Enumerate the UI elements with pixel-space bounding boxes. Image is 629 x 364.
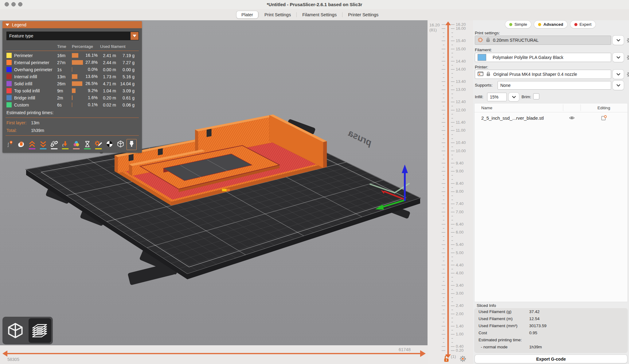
column-separator [563, 104, 563, 111]
slow-down-icon[interactable] [38, 139, 48, 150]
lock-icon [486, 37, 490, 43]
layer-tick-label: 9.00 [456, 169, 463, 173]
legend-row: External perimeter27m27.8%2.44 m7.27 g [2, 59, 142, 66]
view-type-dropdown-button[interactable] [131, 32, 139, 40]
print-settings-gear-icon[interactable] [627, 36, 629, 45]
infill-dropdown-button[interactable] [509, 93, 519, 101]
feature-color-swatch [6, 67, 12, 72]
legend-rows: Perimeter16m16.1%2.41 m7.19 gExternal pe… [2, 52, 142, 108]
profile-icon [478, 37, 483, 44]
edit-object-icon[interactable] [581, 115, 627, 121]
preview-view-icon[interactable] [29, 318, 51, 343]
infill-field[interactable]: 15% [487, 93, 507, 101]
brim-checkbox[interactable] [533, 93, 539, 99]
travels-icon[interactable] [5, 139, 15, 150]
view-type-select[interactable]: Feature type [6, 32, 139, 40]
wipe-icon[interactable] [16, 139, 26, 150]
feature-length: 0.00 m [100, 67, 116, 72]
col-time: Time [57, 44, 69, 49]
feature-percentage: 27.8% [85, 60, 98, 65]
legend-row: Custom6s0.1%0.02 m0.06 g [2, 101, 142, 108]
visibility-eye-icon[interactable] [563, 115, 580, 120]
center-of-mass-icon[interactable] [104, 139, 115, 150]
feature-percentage: 26.5% [85, 81, 98, 86]
layer-tick-label: 16.00 [456, 26, 466, 31]
mode-advanced-button[interactable]: Advanced [534, 21, 567, 28]
feature-label: External perimeter [14, 60, 55, 65]
layer-settings-gear-icon[interactable] [459, 355, 466, 363]
layer-tick-label: 6.00 [456, 230, 463, 234]
seams-icon[interactable] [27, 139, 37, 150]
print-settings-dropdown-button[interactable] [613, 36, 624, 45]
printer-gear-icon[interactable] [627, 70, 629, 79]
printer-dropdown-button[interactable] [613, 70, 624, 79]
sliced-info-label: Used Filament (m) [479, 316, 529, 322]
custom-gcodes-icon[interactable] [93, 139, 104, 150]
feature-percentage: 0.0% [88, 67, 98, 72]
tab-printer-settings[interactable]: Printer Settings [343, 11, 383, 18]
infill-label: Infill: [475, 95, 483, 99]
layer-tick-label: 11.00 [456, 128, 466, 133]
mode-expert-button[interactable]: Expert [570, 21, 596, 28]
supports-dropdown-button[interactable] [613, 81, 624, 90]
layer-tick-label: 5.00 [456, 250, 463, 255]
percentage-bar [72, 81, 82, 86]
print-settings-combo[interactable]: 0.20mm STRUCTURAL [475, 36, 611, 45]
mode-simple-button[interactable]: Simple [505, 21, 531, 28]
sliced-info-label: Estimated printing time: [479, 338, 529, 343]
retractions-icon[interactable] [49, 139, 59, 150]
filament-dropdown-button[interactable] [613, 53, 624, 62]
deretractions-icon[interactable] [60, 139, 70, 150]
editor-view-icon[interactable] [4, 318, 27, 343]
export-gcode-button[interactable]: Export G-code [475, 355, 627, 363]
feature-weight: 0.06 g [119, 103, 135, 107]
feature-length: 1.04 m [100, 88, 116, 93]
layer-tick-label: 0.20 [456, 348, 463, 353]
pause-prints-icon[interactable] [82, 139, 92, 150]
layer-slider-high-handle[interactable] [445, 21, 451, 25]
sliced-info-box: Used Filament (g)37.42Used Filament (m)1… [474, 308, 628, 353]
printer-combo[interactable]: Original Prusa MK4 Input Shaper 0.4 nozz… [475, 70, 611, 79]
move-slider-low-handle[interactable] [2, 350, 7, 357]
layer-tick-label: 13.40 [456, 79, 466, 84]
feature-color-swatch [6, 74, 12, 79]
col-percentage: Percentage [72, 44, 98, 49]
feature-label: Solid infill [14, 81, 55, 86]
legend-row: Internal infill13m13.6%1.73 m5.16 g [2, 73, 142, 80]
layer-tick-label: 8.40 [456, 181, 463, 186]
legend-panel: Legend Feature type Time Percentage Used… [2, 21, 142, 153]
layer-tick-label: 4.00 [456, 271, 463, 275]
sliced-info-value: 1h39m [529, 345, 628, 350]
shells-icon[interactable] [115, 139, 126, 150]
filament-gear-icon[interactable] [627, 53, 629, 62]
move-end-value: 61748 [399, 347, 411, 352]
feature-weight: 0.00 g [119, 67, 135, 72]
layer-lock-icon[interactable] [443, 355, 450, 364]
feature-percentage: 9.2% [88, 88, 98, 93]
object-list-row[interactable]: 2_5_inch_ssd_...rver_blade.stl [475, 112, 627, 123]
tab-plater[interactable]: Plater [236, 11, 258, 18]
legend-header[interactable]: Legend [2, 21, 142, 28]
feature-label: Perimeter [14, 53, 55, 58]
3d-viewport[interactable]: prusa Legend Feature type Time Percentag… [0, 20, 428, 345]
tab-print-settings[interactable]: Print Settings [260, 11, 296, 18]
sliced-info-row: - normal mode1h39m [474, 343, 628, 350]
feature-percentage: 13.6% [85, 74, 98, 79]
tab-filament-settings[interactable]: Filament Settings [297, 11, 342, 18]
move-slider[interactable] [0, 345, 428, 364]
lock-icon [486, 72, 490, 77]
object-list: Name Editing 2_5_inch_ssd_...rver_blade.… [474, 103, 628, 302]
layer-tick-label: 10.00 [456, 149, 466, 153]
feature-color-swatch [6, 81, 12, 86]
title-bar: *Untitled - PrusaSlicer-2.6.1 based on S… [0, 0, 629, 9]
filament-combo[interactable]: Polymaker Polylite PLA Galaxy Black [475, 53, 611, 62]
layer-slider[interactable] [428, 20, 473, 364]
times-heading: Estimated printing times: [2, 108, 142, 116]
feature-time: 9m [57, 88, 69, 93]
legend-row: Perimeter16m16.1%2.41 m7.19 g [2, 52, 142, 59]
percentage-bar-cell: 0.0% [72, 67, 98, 72]
move-slider-high-handle[interactable] [420, 350, 426, 357]
supports-field[interactable]: None [498, 81, 611, 90]
color-changes-icon[interactable] [71, 139, 81, 150]
current-tool-icon[interactable] [127, 139, 137, 150]
